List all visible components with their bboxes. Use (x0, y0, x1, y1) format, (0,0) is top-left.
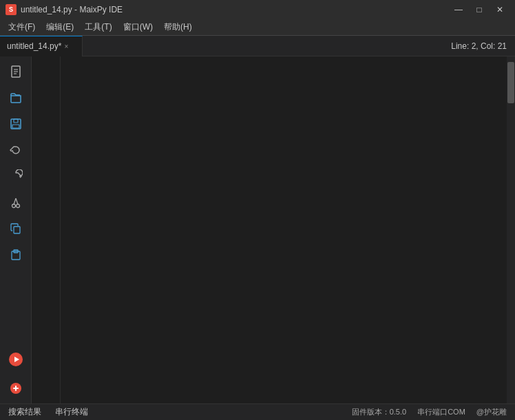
sidebar-new-file-btn[interactable] (3, 59, 28, 84)
main-area (0, 56, 515, 403)
menu-item-工具(T)[interactable]: 工具(T) (79, 20, 117, 34)
window-controls: — □ ✕ (449, 3, 509, 17)
sidebar-copy-btn[interactable] (3, 216, 28, 241)
menubar: 文件(F)编辑(E)工具(T)窗口(W)帮助(H) (0, 19, 515, 36)
tab-close-button[interactable]: × (64, 43, 68, 50)
minimize-button[interactable]: — (449, 3, 468, 17)
titlebar-title: untitled_14.py - MaixPy IDE (21, 5, 123, 14)
cursor-position: Line: 2, Col: 21 (445, 41, 515, 51)
menu-item-编辑(E)[interactable]: 编辑(E) (41, 20, 79, 34)
sidebar-undo-btn[interactable] (3, 138, 28, 162)
app-icon: S (6, 4, 17, 15)
close-button[interactable]: ✕ (490, 3, 509, 17)
scroll-handle[interactable] (507, 62, 514, 103)
menu-item-帮助(H)[interactable]: 帮助(H) (158, 20, 198, 34)
active-tab[interactable]: untitled_14.py* × (0, 36, 83, 56)
statusbar-right: 固件版本：0.5.0 串行端口COM @护花雕 (352, 407, 507, 417)
sidebar (0, 56, 32, 403)
status-user: @护花雕 (476, 407, 507, 417)
sidebar-open-btn[interactable] (3, 85, 28, 110)
sidebar-redo-btn[interactable] (3, 164, 28, 189)
svg-rect-11 (14, 227, 20, 233)
status-port: 串行端口COM (417, 407, 465, 417)
maximize-button[interactable]: □ (470, 3, 489, 17)
sidebar-run-btn[interactable] (3, 347, 28, 372)
line-numbers (32, 56, 61, 403)
status-search[interactable]: 搜索结果 (8, 406, 41, 418)
svg-line-10 (16, 198, 18, 204)
code-editor[interactable] (61, 56, 507, 403)
svg-point-7 (12, 204, 15, 208)
status-serial-terminal[interactable]: 串行终端 (55, 406, 88, 418)
menu-item-文件(F)[interactable]: 文件(F) (3, 20, 41, 34)
tabbar: untitled_14.py* × Line: 2, Col: 21 (0, 36, 515, 56)
statusbar: 搜索结果 串行终端 固件版本：0.5.0 串行端口COM @护花雕 (0, 403, 515, 420)
sidebar-cut-btn[interactable] (3, 190, 28, 215)
svg-rect-6 (12, 125, 19, 128)
titlebar: S untitled_14.py - MaixPy IDE — □ ✕ (0, 0, 515, 19)
tab-label: untitled_14.py* (7, 41, 61, 51)
titlebar-left: S untitled_14.py - MaixPy IDE (6, 4, 123, 15)
svg-point-8 (16, 204, 19, 208)
sidebar-save-btn[interactable] (3, 112, 28, 136)
svg-line-9 (14, 198, 16, 204)
menu-item-窗口(W)[interactable]: 窗口(W) (118, 20, 158, 34)
vertical-scrollbar[interactable] (507, 56, 515, 403)
sidebar-link-btn[interactable] (3, 376, 28, 401)
editor-area (32, 56, 515, 403)
sidebar-paste-btn[interactable] (3, 242, 28, 267)
status-firmware: 固件版本：0.5.0 (352, 407, 406, 417)
